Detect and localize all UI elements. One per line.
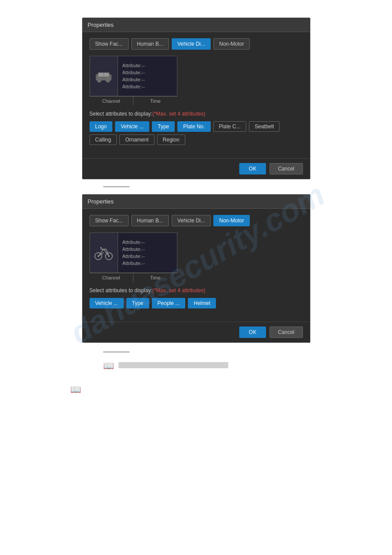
attr-btn-plate-no[interactable]: Plate No. — [177, 121, 210, 132]
tab-human-body-1[interactable]: Human B... — [131, 38, 169, 50]
book-icon-1: 📖 — [103, 360, 114, 371]
attr-btn-vehicle-2[interactable]: Vehicle ... — [90, 298, 124, 308]
tab-vehicle-di-1[interactable]: Vehicle Di... — [172, 38, 211, 50]
preview-inner-2: Attribute:-- Attribute:-- Attribute:-- A… — [90, 232, 177, 273]
attr-1-3: Attribute:-- — [122, 77, 145, 82]
dialog-title-1: Properties — [83, 18, 310, 32]
dialog-title-2: Properties — [83, 195, 310, 209]
non-motor-preview-icon-2 — [90, 233, 118, 272]
preview-time-1: Time — [133, 97, 177, 105]
attr-btn-plate-c[interactable]: Plate C... — [213, 121, 246, 132]
attr-btn-logo[interactable]: Logo — [90, 121, 113, 132]
tab-non-motor-1[interactable]: Non-Motor — [213, 38, 250, 50]
attr-2-1: Attribute:-- — [122, 239, 145, 245]
note-box-2: 📖 — [70, 384, 383, 395]
preview-channel-2: Channel — [90, 273, 134, 282]
preview-inner-1: Attribute:-- Attribute:-- Attribute:-- A… — [90, 56, 177, 96]
cancel-button-1[interactable]: Cancel — [270, 163, 302, 174]
dialog-content-1: Show Fac... Human B... Vehicle Di... Non… — [83, 32, 310, 158]
page-container: dahuasecurity.com Properties Show Fac...… — [0, 0, 392, 555]
attr-btn-region[interactable]: Region — [157, 134, 185, 145]
attr-1-2: Attribute:-- — [122, 70, 145, 75]
attr-btn-type-2[interactable]: Type — [126, 298, 149, 308]
tab-row-2: Show Fac... Human B... Vehicle Di... Non… — [90, 215, 303, 226]
svg-point-7 — [108, 80, 109, 81]
dialog-footer-2: OK Cancel — [83, 322, 310, 342]
tab-vehicle-di-2[interactable]: Vehicle Di... — [172, 215, 211, 226]
attr-btn-calling[interactable]: Calling — [90, 134, 117, 145]
preview-footer-2: Channel Time — [90, 273, 177, 282]
properties-dialog-1: Properties Show Fac... Human B... Vehicl… — [82, 18, 310, 179]
preview-footer-1: Channel Time — [90, 96, 177, 105]
select-label-text-2: Select attributes to display: — [90, 287, 152, 294]
attr-2-4: Attribute:-- — [122, 261, 145, 266]
second-dialog-wrapper: Properties Show Fac... Human B... Vehicl… — [9, 194, 383, 343]
attr-2-3: Attribute:-- — [122, 254, 145, 259]
properties-dialog-2: Properties Show Fac... Human B... Vehicl… — [82, 194, 310, 343]
ok-button-2[interactable]: OK — [239, 326, 266, 338]
tab-row-1: Show Fac... Human B... Vehicle Di... Non… — [90, 38, 303, 50]
ok-button-1[interactable]: OK — [239, 163, 266, 174]
select-label-1: Select attributes to display:(*Max. set … — [90, 111, 303, 117]
dialog-footer-1: OK Cancel — [83, 158, 310, 179]
divider-2 — [103, 352, 129, 352]
attr-btn-seatbelt[interactable]: Seatbelt — [249, 121, 280, 132]
cancel-button-2[interactable]: Cancel — [270, 326, 302, 338]
note-box-1: 📖 — [103, 359, 383, 371]
book-icon-2: 📖 — [70, 384, 81, 395]
note-text-bar-1 — [119, 362, 228, 368]
attr-1-1: Attribute:-- — [122, 63, 145, 68]
svg-point-6 — [99, 80, 100, 81]
preview-channel-1: Channel — [90, 97, 134, 105]
dialog-content-2: Show Fac... Human B... Vehicle Di... Non… — [83, 209, 310, 322]
attr-btn-ornament[interactable]: Ornament — [119, 134, 154, 145]
attr-grid-1: Logo Vehicle ... Type Plate No. Plate C.… — [90, 121, 303, 145]
attr-btn-helmet-2[interactable]: Helmet — [188, 298, 216, 308]
tab-show-face-2[interactable]: Show Fac... — [90, 215, 129, 226]
vehicle-preview-icon-1 — [90, 56, 118, 96]
preview-time-2: Time — [133, 273, 177, 282]
select-label-text-1: Select attributes to display: — [90, 111, 152, 117]
attr-grid-2: Vehicle ... Type People ... Helmet — [90, 298, 303, 308]
preview-attrs-2: Attribute:-- Attribute:-- Attribute:-- A… — [118, 233, 149, 272]
attr-btn-type[interactable]: Type — [152, 121, 175, 132]
attr-btn-vehicle[interactable]: Vehicle ... — [115, 121, 149, 132]
attr-2-2: Attribute:-- — [122, 247, 145, 252]
first-dialog-wrapper: Properties Show Fac... Human B... Vehicl… — [9, 18, 383, 179]
preview-attrs-1: Attribute:-- Attribute:-- Attribute:-- A… — [118, 56, 149, 96]
preview-box-2: Attribute:-- Attribute:-- Attribute:-- A… — [90, 232, 177, 282]
attr-btn-people-2[interactable]: People ... — [152, 298, 186, 308]
tab-show-face-1[interactable]: Show Fac... — [90, 38, 129, 50]
select-hint-2: (*Max. set 4 attributes) — [152, 287, 205, 294]
divider-1 — [103, 186, 129, 187]
attr-1-4: Attribute:-- — [122, 84, 145, 89]
tab-human-body-2[interactable]: Human B... — [131, 215, 169, 226]
select-hint-1: (*Max. set 4 attributes) — [152, 111, 205, 117]
select-label-2: Select attributes to display:(*Max. set … — [90, 287, 303, 294]
svg-rect-2 — [99, 73, 103, 76]
preview-box-1: Attribute:-- Attribute:-- Attribute:-- A… — [90, 56, 177, 105]
svg-rect-3 — [104, 73, 108, 76]
tab-non-motor-2[interactable]: Non-Motor — [213, 215, 250, 226]
